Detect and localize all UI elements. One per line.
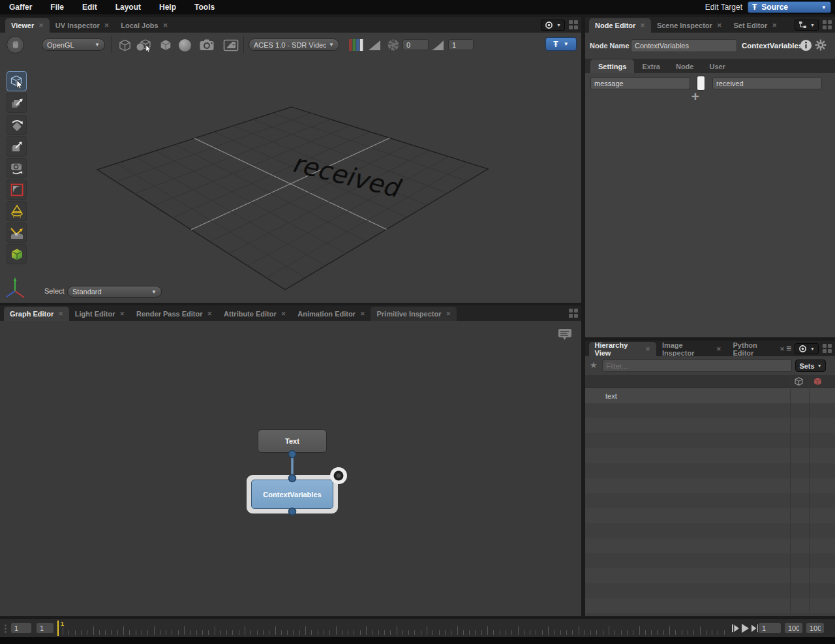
editor-link-menu-button[interactable]: ▼: [795, 20, 819, 31]
drag-handle[interactable]: [5, 624, 7, 633]
close-icon[interactable]: ✕: [640, 22, 645, 29]
gamma-input[interactable]: [448, 39, 474, 50]
wireframe-shading-button[interactable]: [116, 37, 133, 54]
menu-help[interactable]: Help: [150, 3, 185, 12]
close-icon[interactable]: ✕: [207, 311, 213, 317]
subtab-extra[interactable]: Extra: [634, 59, 668, 73]
filter-input[interactable]: [602, 360, 792, 372]
tab-image-inspector[interactable]: Image Inspector ✕: [656, 342, 727, 356]
tab-render-pass-editor[interactable]: Render Pass Editor ✕: [130, 307, 218, 321]
lighting-button[interactable]: [176, 37, 193, 54]
tab-local-jobs[interactable]: Local Jobs ✕: [115, 18, 174, 33]
bookmark-star-icon[interactable]: ★: [590, 360, 598, 370]
edit-target-dropdown[interactable]: Ŧ Source ▼: [748, 1, 831, 13]
close-icon[interactable]: ✕: [104, 22, 110, 29]
info-icon[interactable]: [800, 39, 812, 52]
node-name-input[interactable]: [631, 39, 737, 52]
camera-tool-button[interactable]: [7, 158, 27, 178]
tab-uv-inspector[interactable]: UV Inspector ✕: [50, 18, 115, 33]
graph-node-text[interactable]: Text: [258, 429, 327, 453]
rotate-tool-button[interactable]: [7, 115, 27, 135]
end-frame-input[interactable]: [806, 622, 825, 634]
tab-viewer[interactable]: Viewer ✕: [5, 18, 50, 33]
renderer-dropdown[interactable]: OpenGL ▼: [42, 38, 105, 51]
layout-grid-icon[interactable]: [569, 20, 579, 30]
current-frame-input[interactable]: [36, 622, 54, 634]
menu-file[interactable]: File: [41, 3, 73, 12]
close-icon[interactable]: ✕: [163, 22, 168, 29]
range-start-input[interactable]: [10, 622, 32, 634]
close-icon[interactable]: ✕: [772, 22, 777, 29]
shaded-wireframe-button[interactable]: [134, 37, 154, 54]
tab-primitive-inspector[interactable]: Primitive Inspector ✕: [371, 307, 457, 321]
snapshot-target-dropdown[interactable]: Ŧ ▼: [545, 37, 577, 51]
timeline-ruler[interactable]: [63, 619, 728, 637]
aperture-button[interactable]: [385, 37, 402, 54]
display-transform-dropdown[interactable]: ACES 1.0 - SDR Video ▼: [249, 38, 339, 51]
hierarchy-row-text[interactable]: text: [585, 388, 835, 403]
visible-set-column-icon[interactable]: [794, 376, 804, 386]
graph-canvas[interactable]: Text ContextVariables: [0, 321, 581, 616]
light-position-tool-button[interactable]: [7, 222, 27, 243]
go-to-start-button[interactable]: [731, 624, 740, 633]
close-icon[interactable]: ✕: [446, 311, 451, 317]
menu-edit[interactable]: Edit: [73, 3, 106, 12]
tab-light-editor[interactable]: Light Editor ✕: [69, 307, 130, 321]
scene-view-settings-button[interactable]: [222, 37, 239, 54]
close-icon[interactable]: ✕: [780, 346, 785, 352]
variable-name-input[interactable]: [590, 77, 690, 89]
tab-attribute-editor[interactable]: Attribute Editor ✕: [218, 307, 292, 321]
tab-set-editor[interactable]: Set Editor ✕: [727, 18, 783, 33]
tab-python-editor[interactable]: Python Editor ✕: [727, 342, 786, 356]
tab-animation-editor[interactable]: Animation Editor ✕: [292, 307, 371, 321]
light-tool-button[interactable]: [7, 201, 27, 221]
close-icon[interactable]: ✕: [717, 22, 722, 29]
tab-scene-inspector[interactable]: Scene Inspector ✕: [651, 18, 728, 33]
layout-grid-icon[interactable]: [569, 309, 579, 318]
hierarchy-target-menu-button[interactable]: ▼: [795, 343, 819, 354]
close-icon[interactable]: ✕: [716, 346, 721, 352]
edit-scope-tool-button[interactable]: [7, 244, 27, 264]
exposure-button[interactable]: [366, 37, 383, 54]
scale-tool-button[interactable]: [7, 136, 27, 157]
layout-grid-icon[interactable]: [823, 20, 832, 30]
render-set-column-icon[interactable]: [813, 376, 823, 386]
crop-window-tool-button[interactable]: [7, 179, 27, 200]
menu-gaffer[interactable]: Gaffer: [0, 3, 41, 12]
gamma-button[interactable]: [429, 37, 446, 54]
select-tool-button[interactable]: [7, 71, 27, 91]
subtab-settings[interactable]: Settings: [590, 59, 634, 73]
menu-tools[interactable]: Tools: [185, 3, 224, 12]
layout-grid-icon[interactable]: [823, 344, 832, 354]
gear-icon[interactable]: [815, 39, 827, 51]
close-icon[interactable]: ✕: [58, 311, 63, 317]
subtab-user[interactable]: User: [701, 59, 733, 73]
menu-icon[interactable]: ≡: [786, 343, 791, 354]
close-icon[interactable]: ✕: [645, 346, 650, 352]
viewport-3d[interactable]: received: [0, 33, 581, 303]
play-button[interactable]: [741, 623, 750, 634]
viewer-target-menu-button[interactable]: ▼: [541, 20, 565, 31]
close-icon[interactable]: ✕: [360, 311, 365, 317]
close-icon[interactable]: ✕: [281, 311, 286, 317]
menu-layout[interactable]: Layout: [106, 3, 150, 12]
sets-dropdown[interactable]: Sets ▼: [795, 360, 826, 372]
channels-button[interactable]: [347, 37, 365, 54]
close-icon[interactable]: ✕: [38, 22, 44, 29]
add-variable-button[interactable]: +: [690, 91, 701, 103]
range-end-input[interactable]: [784, 622, 803, 634]
annotation-icon[interactable]: [557, 328, 573, 342]
variable-value-input[interactable]: [712, 77, 822, 89]
subtab-node[interactable]: Node: [668, 59, 702, 73]
frame-input[interactable]: [758, 622, 782, 634]
tab-node-editor[interactable]: Node Editor ✕: [589, 18, 651, 33]
translate-tool-button[interactable]: [7, 93, 27, 113]
pause-button[interactable]: [7, 36, 24, 54]
tab-hierarchy-view[interactable]: Hierarchy View ✕: [589, 342, 656, 356]
solid-shading-button[interactable]: [157, 37, 174, 54]
exposure-input[interactable]: [402, 39, 429, 50]
playhead[interactable]: [57, 621, 59, 636]
graph-node-contextvariables[interactable]: ContextVariables: [251, 480, 333, 509]
camera-settings-button[interactable]: [198, 37, 215, 54]
select-mode-dropdown[interactable]: Standard ▼: [67, 286, 162, 298]
